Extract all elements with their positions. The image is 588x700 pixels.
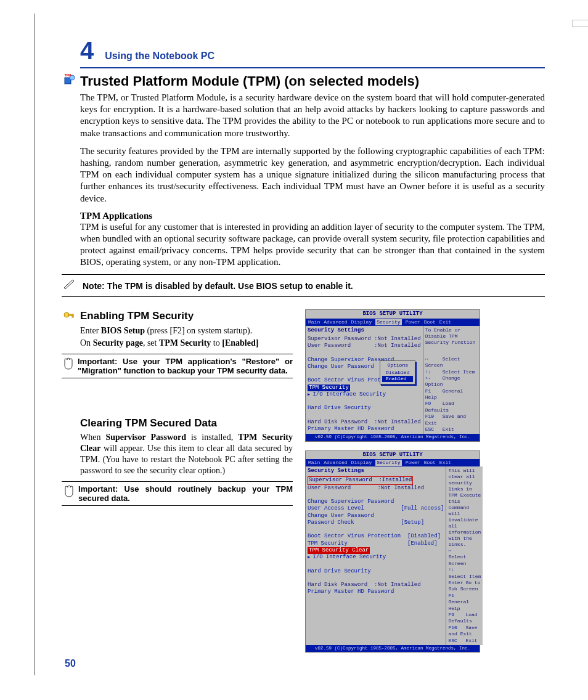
chapter-title: Using the Notebook PC: [105, 51, 214, 61]
right-column: BIOS SETUP UTILITY Main Advanced Display…: [305, 309, 545, 661]
svg-text:TPM: TPM: [65, 74, 71, 77]
two-column-layout: Enabling TPM Security Enter BIOS Setup (…: [80, 309, 545, 661]
section-heading: TPM Trusted Platform Module (TPM) (on se…: [62, 73, 526, 89]
note-icon: [62, 279, 76, 293]
bios-menu: Main Advanced Display Security Power Boo…: [306, 319, 480, 326]
bios-footer: v02.59 (C)Copyright 1985-2005, American …: [306, 434, 480, 441]
chapter-header: 4 Using the Notebook PC: [80, 37, 545, 68]
hand-stop-icon: [62, 357, 74, 375]
bios-tpm-security-selected: TPM Security: [308, 385, 350, 391]
enable-important-box: Important: Use your TPM application's "R…: [62, 354, 293, 378]
enable-title: Enabling TPM Security: [80, 310, 194, 322]
enable-step-2: On Security page, set TPM Security to [E…: [80, 338, 293, 349]
svg-rect-5: [72, 315, 73, 317]
key-icon: [62, 309, 76, 323]
bios-screenshot-enable: BIOS SETUP UTILITY Main Advanced Display…: [305, 309, 480, 441]
section-paragraph-2: The security features provided by the TP…: [80, 145, 545, 205]
clear-title: Clearing TPM Secured Data: [80, 417, 217, 429]
left-column: Enabling TPM Security Enter BIOS Setup (…: [80, 309, 293, 661]
clear-body: When Supervisor Password is installed, T…: [80, 432, 293, 476]
document-page: 4 Using the Notebook PC TPM Trusted Plat…: [0, 0, 588, 700]
bios-left-pane: Security Settings Supervisor Password :I…: [306, 466, 446, 645]
tpm-chip-icon: TPM: [62, 74, 76, 89]
tpm-applications-body: TPM is useful for any customer that is i…: [80, 221, 545, 269]
note-text: Note: The TPM is disabled by default. Us…: [83, 281, 353, 291]
enable-important-text: Important: Use your TPM application's "R…: [78, 357, 293, 375]
bios-options-popup: Options Disabled Enabled: [380, 360, 415, 385]
bios-tpm-security-clear: TPM Security Clear: [308, 547, 370, 554]
clear-heading: Clearing TPM Secured Data: [80, 417, 293, 429]
enable-step-1: Enter BIOS Setup (press [F2] on system s…: [80, 325, 293, 336]
bios-help-pane: To Enable or Disable TPM Security functi…: [423, 326, 480, 434]
page-notch: [572, 20, 588, 27]
page-number: 50: [65, 658, 76, 669]
bios-menu-active: Security: [375, 319, 401, 325]
bios-title: BIOS SETUP UTILITY: [306, 310, 480, 318]
bios-option-enabled: Enabled: [382, 376, 413, 382]
bios-left-pane: Security Settings Supervisor Password :N…: [306, 326, 423, 434]
clear-important-text: Important: Use should routinely backup y…: [78, 484, 293, 503]
tpm-applications-heading: TPM Applications: [80, 211, 545, 221]
hand-stop-icon: [62, 484, 75, 503]
note-box: Note: The TPM is disabled by default. Us…: [62, 274, 545, 297]
section-title: Trusted Platform Module (TPM) (on select…: [80, 73, 419, 89]
bios-supervisor-highlight: Supervisor Password :Installed: [308, 476, 413, 484]
bios-screenshot-clear: BIOS SETUP UTILITY Main Advanced Display…: [305, 450, 480, 653]
chapter-number: 4: [80, 37, 94, 64]
enable-heading: Enabling TPM Security: [62, 309, 274, 323]
clear-important-box: Important: Use should routinely backup y…: [62, 481, 293, 506]
section-paragraph-1: The TPM, or Trusted Platform Module, is …: [80, 92, 545, 139]
margin-rule: [34, 14, 35, 675]
bios-help-pane: This will clear all security links in TP…: [446, 466, 483, 645]
